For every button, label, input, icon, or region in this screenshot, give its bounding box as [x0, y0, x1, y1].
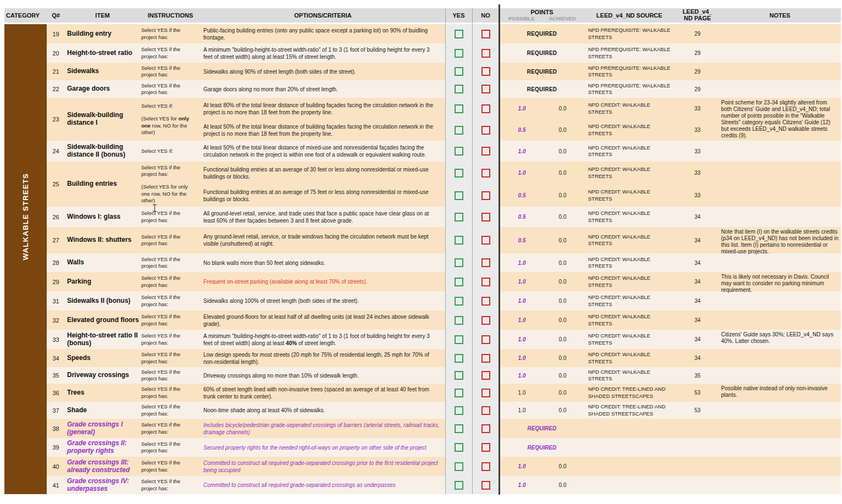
no-checkbox[interactable] [481, 126, 490, 135]
no-checkbox[interactable] [481, 371, 490, 380]
no-checkbox[interactable] [481, 49, 490, 58]
criteria-subrow: At least 50% of the total linear distanc… [201, 141, 719, 162]
criteria-text-inner: Includes bicycle/pedestrian grade-sepera… [203, 422, 440, 436]
row-number: 20 [47, 43, 65, 63]
table-header: CATEGORY Q# ITEM INSTRUCTIONS OPTIONS/CR… [4, 8, 841, 23]
yes-checkbox[interactable] [455, 443, 463, 452]
no-checkbox[interactable] [481, 147, 490, 156]
points-possible: 1.0 [501, 298, 542, 304]
criteria-subrow: Frequent on-street parking (available al… [201, 272, 719, 291]
no-checkbox[interactable] [481, 278, 490, 286]
no-checkbox[interactable] [481, 406, 490, 415]
item-label: Sidewalks II (bonus) [65, 291, 140, 311]
points-possible: 1.0 [501, 317, 542, 323]
item-label: Grade crossings IV: underpasses [65, 476, 140, 494]
points-cell: 1.00.0 [501, 402, 583, 419]
points-cell: 1.00.0 [501, 98, 583, 119]
yes-cell [445, 291, 472, 311]
yes-cell [445, 349, 472, 367]
yes-checkbox[interactable] [455, 104, 463, 113]
page-cell: 34 [676, 272, 719, 291]
source-cell: NPD CREDIT: WALKABLE STREETS [583, 162, 676, 184]
header-options-criteria: OPTIONS/CRITERIA [201, 8, 445, 23]
no-checkbox[interactable] [481, 85, 490, 93]
yes-checkbox[interactable] [455, 354, 463, 363]
page-cell: 53 [676, 402, 719, 419]
criteria-text-inner: At least 50% of the total linear distanc… [203, 144, 440, 158]
criteria-subrows: Public-facing building entries (onto any… [201, 24, 719, 43]
yes-checkbox[interactable] [455, 316, 463, 325]
header-points-sub: POSSIBLE ACHIEVED [501, 16, 583, 21]
item-label: Sidewalk-building distance II (bonus) [65, 141, 140, 162]
page-cell [676, 438, 719, 457]
points-cell: 1.00.0 [501, 476, 583, 494]
no-checkbox[interactable] [481, 297, 490, 306]
no-checkbox[interactable] [481, 104, 490, 113]
yes-checkbox[interactable] [455, 278, 463, 286]
yes-checkbox[interactable] [455, 126, 463, 135]
yes-checkbox[interactable] [455, 213, 463, 221]
no-cell [472, 207, 499, 227]
yes-checkbox[interactable] [455, 30, 463, 38]
yes-checkbox[interactable] [455, 85, 463, 93]
yes-checkbox[interactable] [455, 191, 463, 200]
no-checkbox[interactable] [481, 30, 490, 38]
yes-checkbox[interactable] [455, 147, 463, 156]
yes-checkbox[interactable] [455, 297, 463, 306]
points-possible: 1.0 [501, 407, 542, 413]
instructions-cell: Select YES if the project has: [140, 24, 201, 43]
no-checkbox[interactable] [481, 213, 490, 221]
instructions-cell: Select YES if the project has: [140, 384, 201, 402]
yes-checkbox[interactable] [455, 335, 463, 344]
yes-checkbox[interactable] [455, 389, 463, 397]
no-checkbox[interactable] [481, 169, 490, 178]
points-cell: 1.00.0 [501, 384, 583, 402]
source-cell: NPD PREREQUISITE: WALKABLE STREETS [583, 80, 676, 98]
yes-checkbox[interactable] [455, 49, 463, 58]
no-checkbox[interactable] [481, 236, 490, 245]
instructions-cell: Select YES if the project has: [140, 330, 201, 349]
no-checkbox[interactable] [481, 389, 490, 397]
no-checkbox[interactable] [481, 462, 490, 471]
page-cell: 33 [676, 98, 719, 119]
criteria-subrow: 60% of street length lined with non-inva… [201, 384, 719, 402]
yes-checkbox[interactable] [455, 169, 463, 178]
yes-checkbox[interactable] [455, 236, 463, 245]
no-checkbox[interactable] [481, 316, 490, 325]
yes-checkbox[interactable] [455, 462, 463, 471]
no-checkbox[interactable] [481, 191, 490, 200]
yes-checkbox[interactable] [455, 406, 463, 415]
points-achieved: 0.0 [542, 106, 583, 112]
notes-cell [719, 141, 841, 162]
row-number: 23 [47, 98, 65, 141]
criteria-text-inner: Any ground-level retail, service, or tra… [203, 233, 440, 247]
points-cell: REQUIRED [501, 438, 583, 457]
table-row: 36TreesSelect YES if the project has:60%… [47, 384, 841, 402]
criteria-text: Elevated ground-floors for at least half… [201, 311, 445, 330]
no-checkbox[interactable] [481, 258, 490, 267]
no-checkbox[interactable] [481, 424, 490, 433]
yes-checkbox[interactable] [455, 258, 463, 267]
points-possible: 0.5 [501, 237, 542, 243]
yes-checkbox[interactable] [455, 481, 463, 490]
criteria-subrow: Committed to construct all required grad… [201, 457, 719, 476]
points-cell: REQUIRED [501, 24, 583, 43]
no-checkbox[interactable] [481, 443, 490, 452]
yes-checkbox[interactable] [455, 424, 463, 433]
yes-cell [445, 24, 472, 43]
yes-checkbox[interactable] [455, 371, 463, 380]
source-cell: NPD CREDIT: WALKABLE STREETS [583, 349, 676, 367]
table-row: 27Windows II: shuttersSelect YES if the … [47, 227, 841, 253]
table-row: 26Windows I: glassSelect YES if the proj… [47, 207, 841, 227]
yes-checkbox[interactable] [455, 67, 463, 76]
no-checkbox[interactable] [481, 354, 490, 363]
no-checkbox[interactable] [481, 335, 490, 344]
points-required: REQUIRED [527, 31, 557, 37]
instruction-line: Select YES if the project has: [141, 234, 196, 247]
no-checkbox[interactable] [481, 67, 490, 76]
no-checkbox[interactable] [481, 481, 490, 490]
criteria-text: Noon-time shade along at least 40% of si… [201, 402, 445, 419]
points-possible: 1.0 [501, 260, 542, 266]
criteria-text-inner: No blank walls more than 50 feet along s… [203, 259, 325, 267]
row-number: 35 [47, 367, 65, 384]
